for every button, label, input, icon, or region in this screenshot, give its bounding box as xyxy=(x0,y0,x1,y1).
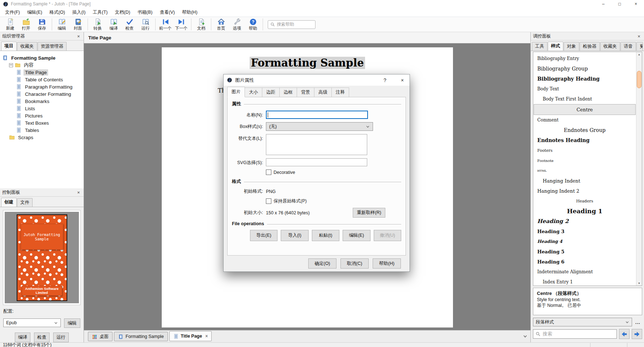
style-item-endnotes-heading[interactable]: Endnotes Heading xyxy=(533,135,636,145)
convert-button[interactable]: 转换 xyxy=(90,18,106,31)
close-icon[interactable]: × xyxy=(205,334,208,339)
style-item-bibliography-entry[interactable]: Bibliography Entry xyxy=(533,53,636,64)
menu-item-6[interactable]: 书籍(B) xyxy=(134,8,156,17)
new-document-button[interactable]: 新建 xyxy=(2,18,18,31)
dialog-tab-2[interactable]: 边距 xyxy=(262,87,280,97)
compile-button[interactable]: 编译 xyxy=(106,18,122,31)
close-icon[interactable]: × xyxy=(636,34,642,39)
organizer-tab-1[interactable]: 收藏夹 xyxy=(17,42,37,51)
control-panel-tab-0[interactable]: 创建 xyxy=(1,198,17,207)
alt-text-input[interactable] xyxy=(266,134,367,155)
menu-item-5[interactable]: 文档(D) xyxy=(111,8,134,17)
menu-item-8[interactable]: 帮助(H) xyxy=(178,8,201,17)
dialog-tab-6[interactable]: 注释 xyxy=(332,87,349,97)
close-button[interactable]: × xyxy=(628,0,644,8)
menu-item-1[interactable]: 编辑(E) xyxy=(24,8,46,17)
organizer-tab-0[interactable]: 项目 xyxy=(1,42,17,51)
tree-expander-icon[interactable] xyxy=(9,63,13,67)
next-style-button[interactable] xyxy=(632,329,642,339)
dialog-tab-0[interactable]: 图片 xyxy=(227,87,245,97)
help-button[interactable]: ?帮助 xyxy=(245,18,261,31)
style-item-footnote[interactable]: Footnote xyxy=(533,155,636,166)
style-item-heading-1[interactable]: Heading 1 xyxy=(533,206,636,216)
edit-book-button[interactable]: 编辑 xyxy=(54,18,70,31)
decorative-checkbox[interactable] xyxy=(266,170,271,175)
style-item-indeterminate-alignment[interactable]: Indeterminate Alignment xyxy=(533,267,636,277)
keep-original-format-checkbox[interactable] xyxy=(266,198,271,204)
style-item-heading-6[interactable]: Heading 6 xyxy=(533,257,636,267)
style-item-body-text-first-indent[interactable]: Body Text First Indent xyxy=(533,94,636,104)
next-button[interactable]: 下一个 xyxy=(173,18,189,31)
edit-config-button[interactable]: 编辑 xyxy=(64,318,80,328)
cover-book-button[interactable]: 封面 xyxy=(70,18,86,31)
style-search-input[interactable]: 搜索 xyxy=(533,329,617,339)
home-button[interactable]: 首页 xyxy=(213,18,229,31)
style-item-html[interactable]: HTML xyxy=(533,166,636,176)
dialog-tab-3[interactable]: 边框 xyxy=(280,87,297,97)
file-op-button-1[interactable]: 导入(I) xyxy=(281,230,308,241)
options-button[interactable]: 选项 xyxy=(229,18,245,31)
style-item-heading-5[interactable]: Heading 5 xyxy=(533,247,636,257)
dialog-close-button[interactable]: × xyxy=(395,74,410,86)
palette-tab-5[interactable]: 语音 xyxy=(620,42,636,51)
tree-item-内容[interactable]: 内容 xyxy=(0,61,84,69)
close-icon[interactable]: × xyxy=(76,34,81,39)
style-item-endnotes-group[interactable]: Endnotes Group xyxy=(533,125,636,135)
dialog-help-button[interactable]: ? xyxy=(378,74,392,86)
tree-item-pictures[interactable]: Pictures xyxy=(0,112,84,119)
cancel-button[interactable]: 取消(C) xyxy=(340,258,369,269)
style-item-hanging-indent-2[interactable]: Hanging Indent 2 xyxy=(533,186,636,196)
menu-item-0[interactable]: 文件(F) xyxy=(1,8,24,17)
palette-tab-1[interactable]: 样式 xyxy=(548,42,563,51)
open-folder-button[interactable]: 打开 xyxy=(18,18,34,31)
more-options-button[interactable]: ... xyxy=(634,320,642,325)
dialog-tab-5[interactable]: 高级 xyxy=(314,87,332,97)
tree-item-formatting-sample[interactable]: Formatting Sample xyxy=(0,54,84,61)
previous-button[interactable]: 前一个 xyxy=(157,18,173,31)
style-item-heading-4[interactable]: Heading 4 xyxy=(533,236,636,247)
tree-item-scraps[interactable]: Scraps xyxy=(0,134,84,141)
run-button[interactable]: 运行 xyxy=(137,18,153,31)
previous-style-button[interactable] xyxy=(619,329,630,339)
tree-item-text-boxes[interactable]: Text Boxes xyxy=(0,119,84,127)
scrollbar-thumb[interactable] xyxy=(637,71,641,88)
style-item-index-entry-1[interactable]: Index Entry 1 xyxy=(533,277,636,286)
action-button-2[interactable]: 运行 xyxy=(53,333,69,342)
style-item-heading-3[interactable]: Heading 3 xyxy=(533,226,636,236)
menu-item-2[interactable]: 格式(O) xyxy=(46,8,69,17)
help-button[interactable]: 帮助(H) xyxy=(373,258,401,269)
name-input[interactable] xyxy=(266,111,368,119)
organizer-tab-2[interactable]: 资源管理器 xyxy=(38,42,67,51)
document-tab-0[interactable]: 桌面 xyxy=(88,332,113,341)
style-item-heading-2[interactable]: Heading 2 xyxy=(533,216,636,226)
box-style-select[interactable]: (无) xyxy=(266,122,373,131)
chevron-down-icon[interactable] xyxy=(523,334,528,339)
palette-tab-3[interactable]: 检验器 xyxy=(580,42,600,51)
action-button-0[interactable]: 编译 xyxy=(15,333,30,342)
resample-button[interactable]: 重新取样(R) xyxy=(353,208,385,218)
tree-item-paragraph-formatting[interactable]: Paragraph Formatting xyxy=(0,83,84,90)
style-item-headers[interactable]: Headers xyxy=(533,196,636,206)
document-tab-2[interactable]: Title Page× xyxy=(169,331,212,341)
style-list-scrollbar[interactable]: ▲ ▼ xyxy=(636,52,642,286)
style-item-body-text[interactable]: Body Text xyxy=(533,84,636,94)
menu-item-4[interactable]: 工具(T) xyxy=(89,8,111,17)
palette-tab-4[interactable]: 收藏夹 xyxy=(600,42,620,51)
tree-item-lists[interactable]: Lists xyxy=(0,105,84,112)
style-item-hanging-indent[interactable]: Hanging Indent xyxy=(533,176,636,186)
menu-item-3[interactable]: 插入(I) xyxy=(69,8,89,17)
document-tab-1[interactable]: Formatting Sample xyxy=(114,332,168,341)
palette-tab-0[interactable]: 工具 xyxy=(532,42,547,51)
file-op-button-3[interactable]: 编辑(E) xyxy=(343,230,370,241)
config-select[interactable]: Epub xyxy=(3,318,61,327)
menu-item-7[interactable]: 查看(V) xyxy=(156,8,179,17)
style-type-select[interactable]: 段落样式 xyxy=(533,318,632,326)
maximize-button[interactable]: □ xyxy=(611,0,628,8)
style-item-bibliography-group[interactable]: Bibliography Group xyxy=(533,64,636,74)
close-icon[interactable]: × xyxy=(76,190,81,195)
dialog-tab-4[interactable]: 背景 xyxy=(297,87,314,97)
tree-item-character-formatting[interactable]: Character Formatting xyxy=(0,90,84,98)
ok-button[interactable]: 确定(O) xyxy=(308,258,336,269)
scroll-down-icon[interactable]: ▼ xyxy=(636,282,642,284)
style-item-centre[interactable]: Centre xyxy=(534,104,636,115)
